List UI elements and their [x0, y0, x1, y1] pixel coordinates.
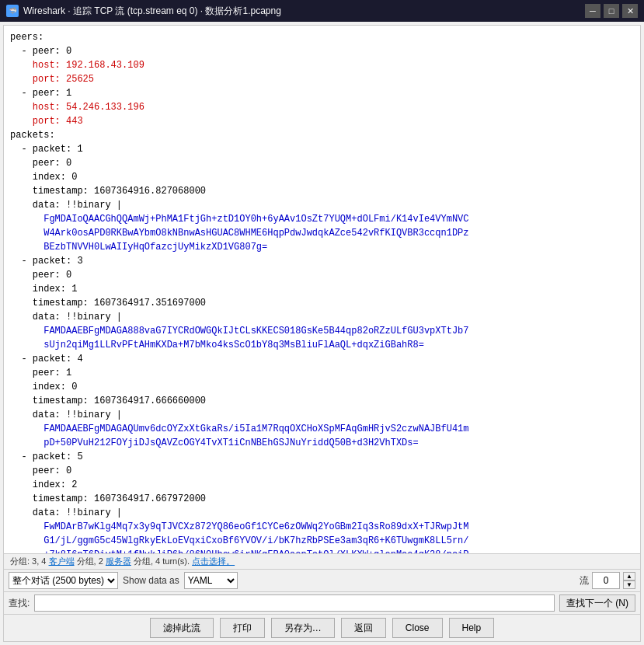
- text-line: sUjn2qiMg1LLRvPFtAHmKXDa+M7bMko4ksScO1bY…: [10, 338, 634, 352]
- title-bar: 🦈 Wireshark · 追踪 TCP 流 (tcp.stream eq 0)…: [0, 0, 644, 22]
- text-line: - packet: 1: [10, 142, 634, 156]
- text-line: data: !!binary |: [10, 408, 634, 422]
- dialog-select[interactable]: 整个对话 (2500 bytes): [9, 572, 118, 589]
- client-link[interactable]: 客户端: [49, 556, 75, 566]
- title-bar-controls: ─ □ ✕: [585, 4, 638, 18]
- flow-label: 流: [580, 574, 589, 587]
- close-dialog-button[interactable]: Close: [392, 618, 443, 638]
- bottom-bar: 整个对话 (2500 bytes) Show data as YAML ASCI…: [4, 569, 640, 591]
- title-bar-left: 🦈 Wireshark · 追踪 TCP 流 (tcp.stream eq 0)…: [6, 5, 281, 18]
- server-link[interactable]: 服务器: [106, 556, 131, 566]
- text-line: FAMDAAEBFgMDAGAQUmv6dcOYZxXtGkaRs/i5Ia1M…: [10, 422, 634, 436]
- text-line: host: 192.168.43.109: [10, 58, 634, 72]
- maximize-button[interactable]: □: [604, 4, 619, 18]
- text-line: data: !!binary |: [10, 506, 634, 520]
- status-text: 分组: 3, 4 客户端 分组, 2 服务器 分组, 4 turn(s). 点击…: [10, 556, 235, 566]
- buttons-bar: 滤掉此流 打印 另存为… 返回 Close Help: [4, 614, 640, 641]
- click-select-link[interactable]: 点击选择。: [192, 556, 235, 566]
- text-line: timestamp: 1607364917.666660000: [10, 394, 634, 408]
- search-input[interactable]: [34, 594, 555, 612]
- back-button[interactable]: 返回: [341, 618, 386, 638]
- text-line: G1/jL/ggmG5c45WlgRkyEkLoEVqxiCxoBf6YVOV/…: [10, 534, 634, 548]
- text-display-area[interactable]: peers: - peer: 0 host: 192.168.43.109 po…: [4, 26, 640, 553]
- text-line: packets:: [10, 128, 634, 142]
- text-line: FwMDArB7wKlg4Mq7x3y9qTJVCXz872YQ86eoGf1C…: [10, 520, 634, 534]
- flow-bar: 流 ▲ ▼: [580, 572, 635, 589]
- text-line: index: 0: [10, 170, 634, 184]
- text-line: peer: 1: [10, 366, 634, 380]
- search-bar: 查找: 查找下一个 (N): [4, 591, 640, 614]
- flow-spinner: ▲ ▼: [623, 572, 635, 589]
- text-line: timestamp: 1607364917.667972000: [10, 492, 634, 506]
- status-bar: 分组: 3, 4 客户端 分组, 2 服务器 分组, 4 turn(s). 点击…: [4, 553, 640, 569]
- text-line: index: 1: [10, 282, 634, 296]
- flow-up-button[interactable]: ▲: [623, 572, 635, 580]
- find-next-button[interactable]: 查找下一个 (N): [559, 594, 635, 612]
- text-line: port: 443: [10, 114, 634, 128]
- window: 🦈 Wireshark · 追踪 TCP 流 (tcp.stream eq 0)…: [0, 0, 644, 645]
- text-line: peer: 0: [10, 156, 634, 170]
- text-line: data: !!binary |: [10, 310, 634, 324]
- app-icon: 🦈: [6, 5, 19, 17]
- show-data-label: Show data as: [123, 575, 179, 586]
- text-line: - peer: 1: [10, 86, 634, 100]
- save-as-button[interactable]: 另存为…: [271, 618, 335, 638]
- text-line: BEzbTNVVH0LwAIIyHqOfazcjUyMikzXD1VG807g=: [10, 240, 634, 254]
- text-line: peers:: [10, 30, 634, 44]
- text-line: host: 54.246.133.196: [10, 100, 634, 114]
- text-line: - packet: 4: [10, 352, 634, 366]
- text-line: FAMDAAEBFgMDAGA888vaG7IYCRdOWGQkIJtCLsKK…: [10, 324, 634, 338]
- text-line: index: 2: [10, 478, 634, 492]
- text-line: +7k8I6nT6DivtM+1fNykJiP6b/86N0Hbow6irNKg…: [10, 548, 634, 553]
- print-button[interactable]: 打印: [220, 618, 265, 638]
- minimize-button[interactable]: ─: [585, 4, 600, 18]
- text-line: peer: 0: [10, 464, 634, 478]
- text-line: data: !!binary |: [10, 198, 634, 212]
- text-line: W4Ark0osAPD0RKBwAYbmO8kNBnwAsHGUAC8WHME6…: [10, 226, 634, 240]
- help-button[interactable]: Help: [449, 618, 495, 638]
- filter-button[interactable]: 滤掉此流: [150, 618, 214, 638]
- text-line: timestamp: 1607364917.351697000: [10, 296, 634, 310]
- text-line: - packet: 3: [10, 254, 634, 268]
- text-line: pD+50PVuH212FOYjiDJsQAVZcOGY4TvXT1iCnNBE…: [10, 436, 634, 450]
- flow-input[interactable]: [592, 572, 620, 589]
- text-line: peer: 0: [10, 268, 634, 282]
- flow-down-button[interactable]: ▼: [623, 580, 635, 589]
- text-line: port: 25625: [10, 72, 634, 86]
- text-line: timestamp: 1607364916.827068000: [10, 184, 634, 198]
- text-line: index: 0: [10, 380, 634, 394]
- search-label: 查找:: [9, 597, 30, 610]
- text-line: - packet: 5: [10, 450, 634, 464]
- show-data-select[interactable]: YAML ASCII HEX C Arrays: [184, 572, 238, 589]
- close-window-button[interactable]: ✕: [622, 4, 638, 18]
- text-line: FgMDAIoQAACGhQQAmWj+PhMA1FtjGh+ztD1OY0h+…: [10, 212, 634, 226]
- window-title: Wireshark · 追踪 TCP 流 (tcp.stream eq 0) ·…: [23, 5, 281, 18]
- text-line: - peer: 0: [10, 44, 634, 58]
- main-content: peers: - peer: 0 host: 192.168.43.109 po…: [3, 25, 641, 642]
